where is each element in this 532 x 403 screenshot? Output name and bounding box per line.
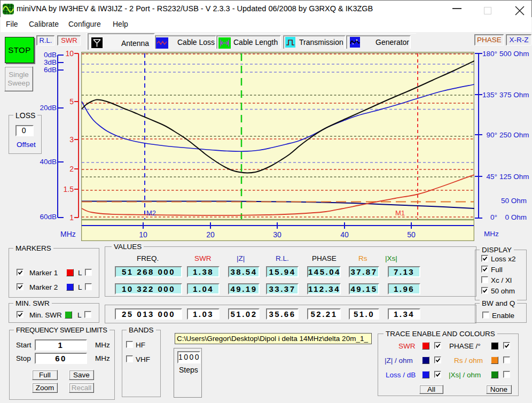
svg-text:10: 10 <box>139 230 147 239</box>
svg-text:40: 40 <box>340 230 349 239</box>
svg-text:50: 50 <box>407 230 416 239</box>
svg-text:30: 30 <box>273 230 281 239</box>
svg-text:20: 20 <box>206 230 215 239</box>
svg-text:M1: M1 <box>395 209 405 217</box>
svg-text:M2: M2 <box>146 209 156 217</box>
